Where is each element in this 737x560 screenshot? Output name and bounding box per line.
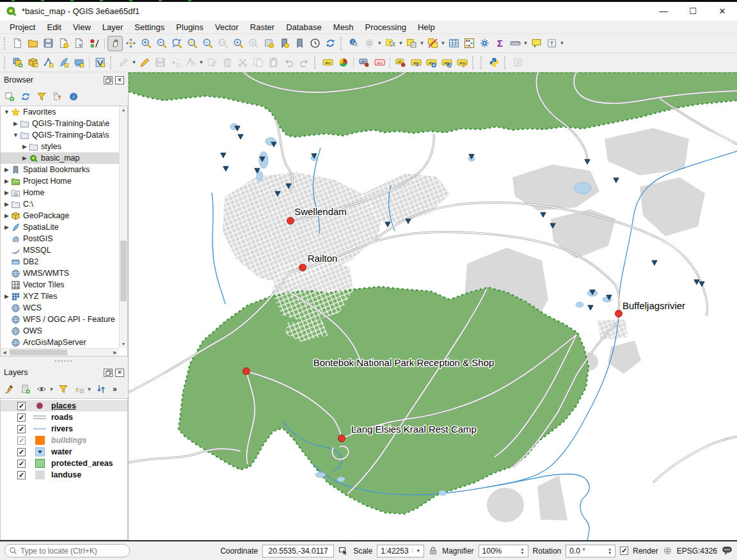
tree-item-training-data-s[interactable]: ▼QGIS-Training-Data\s [1, 129, 127, 141]
new-spatial-bookmark-button[interactable] [261, 36, 276, 51]
filter-browser-button[interactable] [35, 90, 49, 104]
menu-settings[interactable]: Settings [129, 21, 170, 33]
menu-layer[interactable]: Layer [97, 21, 129, 33]
zoom-full-button[interactable] [169, 36, 184, 51]
tree-item-basic-map[interactable]: ▶basic_map [1, 152, 127, 164]
tree-item-wcs[interactable]: WCS [1, 302, 127, 314]
zoom-next-button[interactable] [246, 36, 261, 51]
dropdown-caret-icon[interactable]: ▼ [440, 40, 446, 46]
spinner-arrows-icon[interactable]: ▲▼ [608, 547, 612, 555]
data-source-manager-button[interactable] [10, 55, 25, 70]
layer-row-buildings[interactable]: ✓ buildings [1, 435, 127, 446]
menu-processing[interactable]: Processing [360, 21, 412, 33]
new-print-layout-button[interactable] [56, 36, 71, 51]
new-shapefile-layer-button[interactable] [40, 55, 56, 70]
layer-checkbox[interactable]: ✓ [17, 436, 26, 445]
processing-toolbox-button[interactable] [477, 36, 492, 51]
new-geopackage-layer-button[interactable] [25, 55, 40, 70]
menu-database[interactable]: Database [280, 21, 328, 33]
magnifier-spinbox[interactable]: 100%▲▼ [479, 545, 528, 557]
cut-features-button[interactable] [235, 55, 250, 70]
layers-toolbar-overflow[interactable]: » [113, 385, 117, 394]
plugin-help-button[interactable]: ? [510, 55, 525, 70]
toolbar-grip[interactable] [340, 37, 344, 50]
add-point-feature-button[interactable] [168, 55, 183, 70]
menu-help[interactable]: Help [412, 21, 441, 33]
layers-close-button[interactable]: ✕ [115, 369, 124, 377]
open-project-button[interactable] [25, 36, 40, 51]
chevron-down-icon[interactable]: ▼ [412, 548, 420, 553]
menu-plugins[interactable]: Plugins [170, 21, 209, 33]
manage-map-themes-button[interactable] [35, 382, 49, 396]
crs-globe-icon[interactable] [663, 546, 672, 556]
messages-icon[interactable] [722, 546, 733, 556]
layer-checkbox[interactable]: ✓ [17, 402, 26, 410]
coordinate-value-box[interactable]: 20.5535,-34.0117 [262, 545, 334, 557]
expand-collapse-all-button[interactable] [94, 382, 108, 396]
move-label-button[interactable] [424, 55, 439, 70]
browser-horizontal-scrollbar[interactable]: ◀ ▶ [1, 348, 119, 356]
tree-item-favorites[interactable]: ▼Favorites [1, 106, 127, 118]
zoom-last-button[interactable] [230, 36, 246, 51]
layer-labeling-options-button[interactable] [320, 55, 335, 70]
toolbar-grip[interactable] [504, 56, 507, 69]
tree-item-spatial-bookmarks[interactable]: ▶Spatial Bookmarks [1, 164, 127, 175]
panel-splitter[interactable] [0, 356, 128, 365]
menu-view[interactable]: View [67, 21, 97, 33]
menu-raster[interactable]: Raster [244, 21, 280, 33]
run-feature-action-button[interactable] [361, 36, 377, 51]
rotation-spinbox[interactable]: 0.0 °▲▼ [566, 545, 615, 557]
toolbar-grip[interactable] [110, 56, 113, 69]
dropdown-caret-icon[interactable]: ▼ [198, 60, 204, 65]
field-calculator-button[interactable] [461, 36, 477, 51]
open-attribute-table-button[interactable] [446, 36, 461, 51]
deselect-features-button[interactable] [425, 36, 440, 51]
refresh-map-button[interactable] [322, 36, 338, 51]
close-button[interactable]: ✕ [708, 2, 737, 20]
map-canvas[interactable]: Swellendam Railton Buffeljagsrivier Bont… [128, 72, 737, 540]
tree-item-wfs[interactable]: WFS / OGC API - Feature [1, 314, 127, 325]
zoom-out-button[interactable] [154, 36, 169, 51]
filter-by-expression-button[interactable]: ε [72, 382, 86, 396]
measure-line-button[interactable] [507, 36, 523, 51]
browser-close-button[interactable]: ✕ [115, 76, 124, 84]
tree-item-xyz-tiles[interactable]: ▶XYZ Tiles [1, 291, 127, 302]
layer-checkbox[interactable]: ✓ [17, 413, 26, 422]
zoom-native-button[interactable]: 1:1 [215, 36, 230, 51]
current-edits-button[interactable] [116, 55, 131, 70]
new-spatialite-layer-button[interactable] [56, 55, 71, 70]
identify-features-button[interactable]: i [346, 36, 361, 51]
maximize-button[interactable]: ☐ [678, 2, 708, 20]
browser-float-button[interactable] [104, 76, 113, 84]
extents-icon[interactable] [338, 546, 349, 556]
undo-button[interactable] [281, 55, 296, 70]
copy-features-button[interactable] [250, 55, 265, 70]
toolbar-grip[interactable] [314, 56, 317, 69]
menu-project[interactable]: Project [4, 21, 41, 33]
paste-features-button[interactable] [265, 55, 281, 70]
dropdown-caret-icon[interactable]: ▼ [49, 387, 54, 392]
temporal-controller-button[interactable] [307, 36, 322, 51]
statistical-summary-button[interactable]: Σ [492, 36, 507, 51]
layer-checkbox[interactable]: ✓ [17, 460, 26, 468]
dropdown-caret-icon[interactable]: ▼ [131, 60, 137, 65]
new-virtual-layer-button[interactable] [92, 55, 107, 70]
properties-widget-button[interactable]: i [67, 90, 81, 104]
toolbar-grip[interactable] [4, 56, 7, 69]
tree-item-geopackage[interactable]: ▶GeoPackage [1, 210, 127, 221]
menu-mesh[interactable]: Mesh [328, 21, 360, 33]
pin-unpin-labels-button[interactable]: ab [393, 55, 408, 70]
layer-row-roads[interactable]: ✓ roads [1, 412, 127, 423]
zoom-in-button[interactable] [138, 36, 154, 51]
tree-item-ows[interactable]: OWS [1, 325, 127, 337]
spinner-arrows-icon[interactable]: ▲▼ [521, 547, 525, 555]
locate-input[interactable] [4, 544, 130, 557]
dropdown-caret-icon[interactable]: ▼ [559, 40, 565, 46]
toolbar-grip[interactable] [472, 56, 475, 69]
modify-attributes-button[interactable] [204, 55, 219, 70]
tree-item-project-home[interactable]: ▶Project Home [1, 175, 127, 187]
locator-search[interactable] [4, 544, 130, 557]
toolbar-grip[interactable] [480, 56, 484, 69]
layer-diagram-options-button[interactable] [335, 55, 351, 70]
zoom-to-layer-button[interactable] [200, 36, 215, 51]
